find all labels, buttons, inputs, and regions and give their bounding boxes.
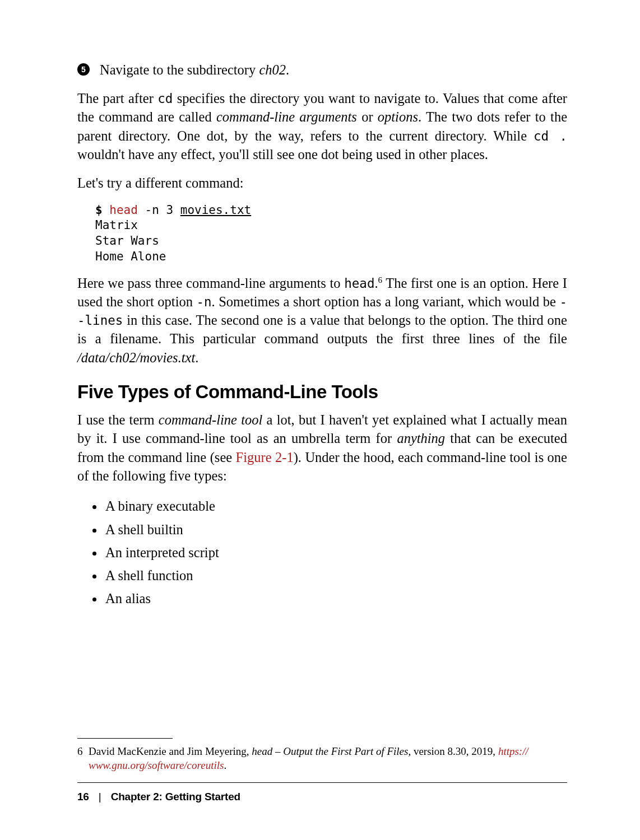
- text: wouldn't have any effect, you'll still s…: [77, 147, 488, 162]
- list-item: A binary executable: [104, 495, 567, 517]
- page: 5 Navigate to the subdirectory ch02. The…: [0, 0, 640, 840]
- text: Navigate to the subdirectory: [100, 62, 259, 77]
- footnote-link[interactable]: https://: [498, 745, 528, 757]
- text: .: [286, 62, 289, 77]
- em-options: options: [378, 109, 418, 124]
- footnote-text: David MacKenzie and Jim Meyering, head –…: [89, 744, 528, 773]
- text: in this case. The second one is a value …: [77, 312, 567, 346]
- output-line: Home Alone: [95, 250, 166, 263]
- em-anything: anything: [397, 431, 445, 446]
- code-n: -n: [196, 295, 211, 309]
- footnote-ref-6[interactable]: 6: [378, 275, 383, 284]
- callout-number-badge: 5: [77, 63, 90, 76]
- paragraph-try-command: Let's try a different command:: [77, 174, 567, 192]
- text: I use the term: [77, 412, 159, 427]
- text: or: [357, 109, 378, 124]
- page-footer: 16 | Chapter 2: Getting Started: [77, 782, 567, 803]
- em-cli-tool: command-line tool: [159, 412, 263, 427]
- output-line: Matrix: [95, 218, 138, 232]
- tool-types-list: A binary executable A shell builtin An i…: [92, 495, 567, 609]
- text: . Sometimes a short option has a long va…: [212, 294, 560, 309]
- command-args: -n 3: [138, 203, 180, 217]
- list-item: An alias: [104, 587, 567, 609]
- page-number: 16: [77, 791, 89, 802]
- text: .: [195, 350, 198, 365]
- paragraph-head-explanation: Here we pass three command-line argument…: [77, 274, 567, 367]
- output-line: Star Wars: [95, 234, 159, 248]
- figure-ref-link[interactable]: Figure 2-1: [236, 450, 294, 465]
- footnote-rule: [77, 738, 173, 739]
- callout-item-5: 5 Navigate to the subdirectory ch02.: [77, 60, 567, 79]
- list-item: An interpreted script: [104, 542, 567, 563]
- list-item: A shell function: [104, 564, 567, 586]
- list-item: A shell builtin: [104, 519, 567, 540]
- heading-five-types: Five Types of Command-Line Tools: [77, 381, 567, 403]
- text: David MacKenzie and Jim Meyering,: [89, 745, 252, 757]
- footnote-number: 6: [77, 744, 89, 773]
- footnote-6: 6 David MacKenzie and Jim Meyering, head…: [77, 744, 567, 773]
- footnotes-block: 6 David MacKenzie and Jim Meyering, head…: [77, 738, 567, 773]
- text: Here we pass three command-line argument…: [77, 276, 344, 291]
- code-cd-dot: cd .: [534, 129, 567, 143]
- shell-prompt: $: [95, 203, 103, 217]
- footnote-link[interactable]: www.gnu.org/software/coreutils: [89, 759, 224, 771]
- code-cd: cd: [157, 91, 173, 106]
- code-block-head: $ head -n 3 movies.txt Matrix Star Wars …: [95, 203, 567, 265]
- callout-em: ch02: [259, 62, 286, 77]
- footer-separator: |: [99, 791, 101, 802]
- em-filepath: /data/ch02/movies.txt: [77, 350, 195, 365]
- paragraph-cd-explanation: The part after cd specifies the director…: [77, 89, 567, 164]
- text: , version 8.30, 2019,: [408, 745, 498, 757]
- text: The part after: [77, 91, 157, 106]
- code-head: head: [344, 276, 374, 291]
- chapter-label: Chapter 2: Getting Started: [111, 791, 240, 802]
- paragraph-five-types-intro: I use the term command-line tool a lot, …: [77, 410, 567, 485]
- command-file-arg: movies.txt: [180, 203, 251, 217]
- em-cli-args: command-line arguments: [216, 109, 357, 124]
- text: .: [224, 759, 226, 771]
- footnote-title: head – Output the First Part of Files: [252, 745, 408, 757]
- command-head: head: [109, 203, 138, 217]
- callout-text: Navigate to the subdirectory ch02.: [100, 60, 289, 79]
